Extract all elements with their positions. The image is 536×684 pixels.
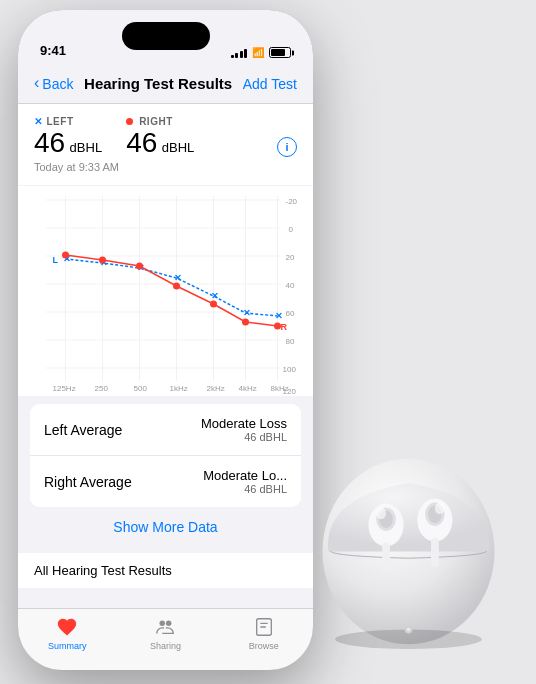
- signal-bars-icon: [231, 48, 248, 58]
- y-label-100: 100: [283, 365, 297, 374]
- tab-bar: Summary Sharing: [18, 608, 313, 670]
- chevron-left-icon: ‹: [34, 74, 39, 92]
- info-button[interactable]: i: [277, 137, 297, 157]
- browse-icon: [252, 615, 276, 639]
- svg-point-1: [166, 621, 172, 627]
- status-time: 9:41: [40, 43, 66, 58]
- left-average-label: Left Average: [44, 422, 122, 438]
- tab-summary[interactable]: Summary: [18, 615, 116, 651]
- add-test-button[interactable]: Add Test: [243, 76, 297, 92]
- svg-point-9: [376, 507, 386, 519]
- sharing-icon: [153, 615, 177, 639]
- airpods-case: [301, 439, 516, 654]
- left-ear-label: ✕ LEFT: [34, 116, 102, 127]
- y-label-0: 0: [289, 225, 294, 234]
- right-average-card: Right Average Moderate Lo... 46 dBHL: [30, 456, 301, 507]
- bar2: [235, 53, 238, 58]
- right-dbhl-value: 46 dBHL: [203, 483, 287, 495]
- readings-row: ✕ LEFT 46 dBHL: [34, 116, 297, 157]
- x-label-1k: 1kHz: [170, 384, 188, 393]
- right-ear-label: RIGHT: [126, 116, 194, 127]
- left-x-8k: ✕: [275, 311, 283, 321]
- all-results-section: All Hearing Test Results: [18, 553, 313, 588]
- phone-frame: 9:41 📶 ‹ Ba: [18, 10, 313, 670]
- back-button[interactable]: ‹ Back: [34, 75, 73, 92]
- left-loss-label: Moderate Loss: [201, 416, 287, 431]
- right-dot-1k: [173, 283, 180, 290]
- left-average-card: Left Average Moderate Loss 46 dBHL: [30, 404, 301, 456]
- back-label: Back: [42, 76, 73, 92]
- heart-icon: [56, 616, 78, 638]
- timestamp: Today at 9:33 AM: [34, 161, 297, 175]
- right-loss-label: Moderate Lo...: [203, 468, 287, 483]
- left-x-mark: ✕: [34, 116, 43, 127]
- bar4: [244, 49, 247, 58]
- right-average-label: Right Average: [44, 474, 132, 490]
- show-more-button[interactable]: Show More Data: [18, 507, 313, 547]
- tab-sharing[interactable]: Sharing: [116, 615, 214, 651]
- right-ear-R-label: R: [281, 322, 288, 332]
- y-label-20: 20: [286, 253, 295, 262]
- bar1: [231, 55, 234, 58]
- x-label-2k: 2kHz: [207, 384, 225, 393]
- left-average-value: Moderate Loss 46 dBHL: [201, 416, 287, 443]
- book-icon: [253, 616, 275, 638]
- led-inner: [407, 628, 411, 632]
- summary-tab-label: Summary: [48, 641, 87, 651]
- left-x-4k: ✕: [243, 308, 251, 318]
- status-icons: 📶: [231, 47, 292, 58]
- right-dot-4k: [242, 319, 249, 326]
- left-ear-L-label: L: [53, 255, 59, 265]
- battery-icon: [269, 47, 291, 58]
- x-label-125: 125Hz: [53, 384, 76, 393]
- x-label-500: 500: [134, 384, 148, 393]
- left-value: 46: [34, 127, 65, 158]
- airpods-case-svg: [301, 439, 516, 654]
- y-label-80: 80: [286, 337, 295, 346]
- tab-browse[interactable]: Browse: [215, 615, 313, 651]
- wifi-icon: 📶: [252, 47, 264, 58]
- y-label-neg20: -20: [286, 197, 298, 206]
- battery-fill: [271, 49, 285, 56]
- left-value-row: 46 dBHL: [34, 129, 102, 157]
- left-unit: dBHL: [70, 140, 103, 155]
- navigation-bar: ‹ Back Hearing Test Results Add Test: [18, 64, 313, 104]
- y-label-40: 40: [286, 281, 295, 290]
- right-dot-2k: [210, 301, 217, 308]
- left-ear-item: ✕ LEFT 46 dBHL: [34, 116, 102, 157]
- bar3: [240, 51, 243, 58]
- x-label-4k: 4kHz: [239, 384, 257, 393]
- right-dot-icon: [126, 118, 133, 125]
- page-title: Hearing Test Results: [84, 75, 232, 92]
- browse-tab-label: Browse: [249, 641, 279, 651]
- left-x-1k: ✕: [174, 273, 182, 283]
- data-cards-section: Left Average Moderate Loss 46 dBHL Right…: [30, 404, 301, 507]
- people-icon: [154, 616, 176, 638]
- right-dot-250: [99, 257, 106, 264]
- sharing-tab-label: Sharing: [150, 641, 181, 651]
- svg-point-14: [435, 503, 445, 515]
- summary-icon: [55, 615, 79, 639]
- left-x-2k: ✕: [211, 291, 219, 301]
- right-ear-item: RIGHT 46 dBHL: [126, 116, 194, 157]
- right-dot-500: [136, 263, 143, 270]
- right-value: 46: [126, 127, 157, 158]
- chart-svg: -20 0 20 40 60 80 100 120: [18, 186, 313, 396]
- svg-point-0: [160, 621, 166, 627]
- right-value-row: 46 dBHL: [126, 129, 194, 157]
- svg-rect-11: [431, 538, 439, 567]
- right-average-value: Moderate Lo... 46 dBHL: [203, 468, 287, 495]
- main-content: ✕ LEFT 46 dBHL: [18, 104, 313, 608]
- left-dbhl-value: 46 dBHL: [201, 431, 287, 443]
- dynamic-island: [122, 22, 210, 50]
- scene: 9:41 📶 ‹ Ba: [0, 0, 536, 684]
- phone-screen: 9:41 📶 ‹ Ba: [18, 10, 313, 670]
- right-unit: dBHL: [162, 140, 195, 155]
- ear-readings: ✕ LEFT 46 dBHL: [34, 116, 194, 157]
- right-dot-125: [62, 252, 69, 259]
- audiogram-chart: -20 0 20 40 60 80 100 120: [18, 186, 313, 396]
- svg-rect-6: [382, 543, 390, 572]
- x-label-250: 250: [95, 384, 109, 393]
- chart-container: -20 0 20 40 60 80 100 120: [18, 186, 313, 396]
- x-label-8k: 8kHz: [271, 384, 289, 393]
